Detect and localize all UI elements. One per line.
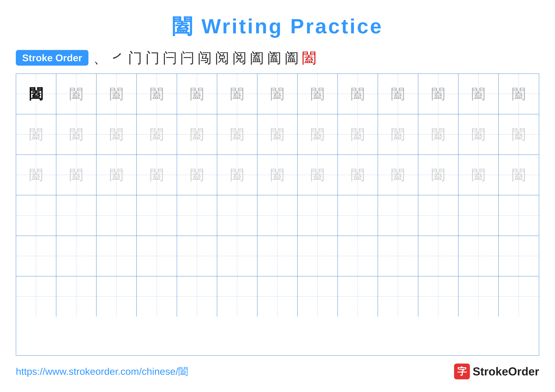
cell-char-1-10: 闔 <box>431 128 445 141</box>
grid-cell-4-3[interactable] <box>137 236 177 276</box>
stroke-order-badge[interactable]: Stroke Order <box>16 50 88 66</box>
grid-cell-1-7[interactable]: 闔 <box>298 114 338 155</box>
grid-cell-1-8[interactable]: 闔 <box>338 114 378 155</box>
grid-cell-1-11[interactable]: 闔 <box>459 114 499 155</box>
grid-cell-3-10[interactable] <box>418 195 459 235</box>
grid-cell-1-4[interactable]: 闔 <box>177 114 217 155</box>
grid-cell-2-1[interactable]: 闔 <box>56 155 96 195</box>
grid-cell-2-6[interactable]: 闔 <box>257 155 298 195</box>
grid-cell-1-0[interactable]: 闔 <box>16 114 56 155</box>
grid-cell-4-9[interactable] <box>378 236 418 276</box>
grid-cell-5-11[interactable] <box>459 276 499 317</box>
grid-cell-2-2[interactable]: 闔 <box>96 155 137 195</box>
grid-cell-3-6[interactable] <box>257 195 298 235</box>
grid-cell-4-12[interactable] <box>499 236 539 276</box>
stroke-char-2: 门 <box>128 51 142 65</box>
grid-cell-5-3[interactable] <box>137 276 177 317</box>
grid-cell-1-10[interactable]: 闔 <box>418 114 459 155</box>
grid-cell-5-0[interactable] <box>16 276 56 317</box>
grid-cell-0-12[interactable]: 闔 <box>499 74 539 114</box>
grid-cell-0-2[interactable]: 闔 <box>96 74 137 114</box>
grid-cell-3-2[interactable] <box>96 195 137 235</box>
grid-cell-5-5[interactable] <box>217 276 257 317</box>
grid-cell-5-1[interactable] <box>56 276 96 317</box>
grid-cell-3-1[interactable] <box>56 195 96 235</box>
grid-cell-4-8[interactable] <box>338 236 378 276</box>
grid-cell-3-5[interactable] <box>217 195 257 235</box>
cell-char-1-9: 闔 <box>391 128 405 141</box>
cell-char-1-2: 闔 <box>110 128 124 141</box>
grid-cell-3-3[interactable] <box>137 195 177 235</box>
grid-row-0: 闔闔闔闔闔闔闔闔闔闔闔闔闔 <box>16 74 539 114</box>
grid-cell-0-4[interactable]: 闔 <box>177 74 217 114</box>
grid-cell-5-12[interactable] <box>499 276 539 317</box>
cell-char-1-3: 闔 <box>150 128 164 141</box>
grid-cell-0-5[interactable]: 闔 <box>217 74 257 114</box>
grid-cell-1-6[interactable]: 闔 <box>257 114 298 155</box>
grid-cell-4-5[interactable] <box>217 236 257 276</box>
cell-char-0-7: 闔 <box>311 87 324 101</box>
grid-cell-0-1[interactable]: 闔 <box>56 74 96 114</box>
grid-cell-0-9[interactable]: 闔 <box>378 74 418 114</box>
grid-cell-2-12[interactable]: 闔 <box>499 155 539 195</box>
grid-cell-3-9[interactable] <box>378 195 418 235</box>
grid-cell-5-9[interactable] <box>378 276 418 317</box>
cell-char-1-11: 闔 <box>471 128 485 141</box>
grid-cell-0-11[interactable]: 闔 <box>459 74 499 114</box>
grid-cell-5-10[interactable] <box>418 276 459 317</box>
grid-cell-0-7[interactable]: 闔 <box>298 74 338 114</box>
cell-char-2-9: 闔 <box>391 168 405 182</box>
grid-cell-5-8[interactable] <box>338 276 378 317</box>
grid-cell-0-0[interactable]: 闔 <box>16 74 56 114</box>
footer-url[interactable]: https://www.strokeorder.com/chinese/闔 <box>16 365 188 378</box>
grid-cell-2-4[interactable]: 闔 <box>177 155 217 195</box>
cell-char-1-1: 闔 <box>69 128 83 141</box>
grid-cell-2-3[interactable]: 闔 <box>137 155 177 195</box>
grid-cell-3-4[interactable] <box>177 195 217 235</box>
grid-cell-5-6[interactable] <box>257 276 298 317</box>
grid-cell-4-11[interactable] <box>459 236 499 276</box>
stroke-char-12: 闔 <box>302 51 316 65</box>
grid-cell-1-9[interactable]: 闔 <box>378 114 418 155</box>
grid-cell-2-8[interactable]: 闔 <box>338 155 378 195</box>
cell-char-2-1: 闔 <box>69 168 83 182</box>
grid-cell-2-10[interactable]: 闔 <box>418 155 459 195</box>
cell-char-2-12: 闔 <box>512 168 526 182</box>
grid-cell-4-10[interactable] <box>418 236 459 276</box>
grid-cell-3-7[interactable] <box>298 195 338 235</box>
stroke-char-8: 阅 <box>232 51 247 65</box>
grid-cell-4-1[interactable] <box>56 236 96 276</box>
grid-cell-2-7[interactable]: 闔 <box>298 155 338 195</box>
grid-cell-1-2[interactable]: 闔 <box>96 114 137 155</box>
grid-cell-5-7[interactable] <box>298 276 338 317</box>
grid-cell-3-12[interactable] <box>499 195 539 235</box>
grid-cell-3-11[interactable] <box>459 195 499 235</box>
grid-cell-0-8[interactable]: 闔 <box>338 74 378 114</box>
grid-cell-0-3[interactable]: 闔 <box>137 74 177 114</box>
grid-cell-0-6[interactable]: 闔 <box>257 74 298 114</box>
grid-cell-4-2[interactable] <box>96 236 137 276</box>
grid-cell-0-10[interactable]: 闔 <box>418 74 459 114</box>
grid-cell-5-2[interactable] <box>96 276 137 317</box>
cell-char-1-7: 闔 <box>311 128 324 141</box>
grid-cell-1-12[interactable]: 闔 <box>499 114 539 155</box>
grid-cell-1-5[interactable]: 闔 <box>217 114 257 155</box>
grid-cell-2-5[interactable]: 闔 <box>217 155 257 195</box>
grid-cell-4-6[interactable] <box>257 236 298 276</box>
grid-cell-3-0[interactable] <box>16 195 56 235</box>
grid-row-5 <box>16 276 539 317</box>
grid-row-3 <box>16 195 539 236</box>
grid-cell-2-9[interactable]: 闔 <box>378 155 418 195</box>
grid-cell-2-0[interactable]: 闔 <box>16 155 56 195</box>
grid-cell-2-11[interactable]: 闔 <box>459 155 499 195</box>
cell-char-0-1: 闔 <box>69 87 83 101</box>
title-char: 闔 <box>172 15 194 38</box>
cell-char-0-5: 闔 <box>230 87 244 101</box>
grid-cell-4-0[interactable] <box>16 236 56 276</box>
grid-cell-4-4[interactable] <box>177 236 217 276</box>
grid-cell-1-1[interactable]: 闔 <box>56 114 96 155</box>
grid-cell-3-8[interactable] <box>338 195 378 235</box>
grid-cell-1-3[interactable]: 闔 <box>137 114 177 155</box>
grid-cell-4-7[interactable] <box>298 236 338 276</box>
grid-cell-5-4[interactable] <box>177 276 217 317</box>
